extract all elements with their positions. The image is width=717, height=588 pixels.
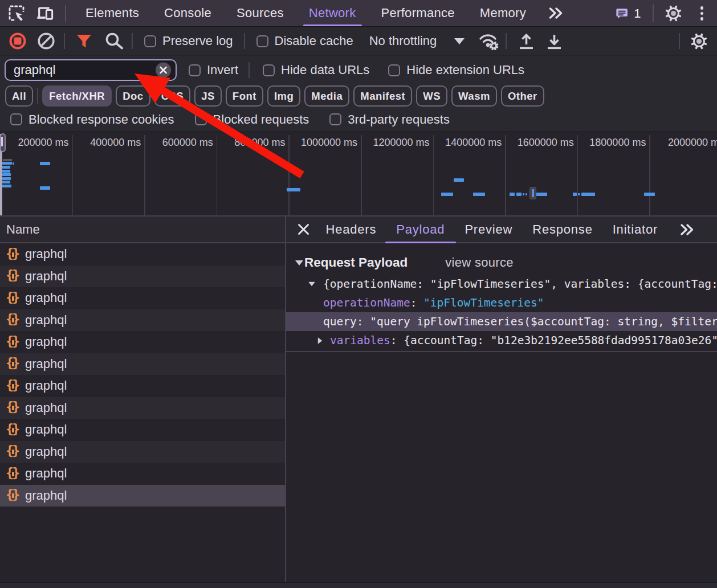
request-name: graphql	[25, 422, 67, 437]
json-braces-icon: {}	[6, 247, 20, 262]
invert-filter-checkbox[interactable]: Invert	[189, 63, 238, 77]
topbar-right-cluster: 1	[616, 0, 717, 27]
network-overview-timeline[interactable]: 200000 ms400000 ms600000 ms800000 ms1000…	[0, 132, 717, 217]
details-tab-preview[interactable]: Preview	[455, 217, 523, 242]
tab-memory[interactable]: Memory	[467, 0, 539, 26]
inspect-element-button[interactable]	[8, 5, 25, 22]
network-conditions-button[interactable]	[478, 32, 499, 50]
filter-input[interactable]: graphql	[5, 59, 177, 81]
devtools-panel-tabs: ElementsConsoleSourcesNetworkPerformance…	[73, 0, 567, 26]
request-row[interactable]: {}graphql	[0, 287, 285, 309]
search-button[interactable]	[105, 32, 125, 50]
type-chip-img[interactable]: Img	[267, 85, 300, 107]
type-chip-css[interactable]: CSS	[154, 85, 191, 107]
tab-console[interactable]: Console	[152, 0, 224, 26]
hide-data-urls-checkbox[interactable]: Hide data URLs	[263, 63, 369, 77]
network-settings-button[interactable]	[691, 33, 707, 50]
request-row[interactable]: {}graphql	[0, 266, 285, 288]
request-row[interactable]: {}graphql	[0, 331, 285, 353]
timeline-bar	[454, 178, 464, 182]
close-details-button[interactable]	[297, 223, 310, 236]
timeline-bar	[473, 193, 485, 196]
request-row[interactable]: {}graphql	[0, 353, 285, 375]
hide-extension-urls-checkbox[interactable]: Hide extension URLs	[388, 63, 524, 77]
collapse-triangle-icon	[295, 260, 303, 266]
timeline-gridline	[288, 135, 290, 215]
filter-clear-button[interactable]	[156, 63, 171, 78]
request-row[interactable]: {}graphql	[0, 397, 285, 419]
more-panels-button[interactable]	[545, 0, 567, 26]
tab-network[interactable]: Network	[296, 0, 369, 26]
checkbox-3rd-party-requests[interactable]: 3rd-party requests	[329, 112, 450, 127]
type-chip-other[interactable]: Other	[501, 85, 544, 107]
type-chip-all[interactable]: All	[5, 85, 33, 107]
filter-toggle-button[interactable]	[76, 34, 92, 48]
timeline-bar	[441, 193, 453, 196]
timeline-bar	[516, 193, 522, 196]
tab-sources[interactable]: Sources	[224, 0, 296, 26]
export-har-button[interactable]	[547, 33, 561, 50]
details-tab-initiator[interactable]: Initiator	[602, 217, 667, 242]
payload-tree-row[interactable]: variables: {accountTag: "b12e3b2192ee558…	[286, 331, 717, 350]
payload-tree-row[interactable]: operationName: "ipFlowTimeseries"	[286, 293, 717, 312]
request-row[interactable]: {}graphql	[0, 419, 285, 441]
wifi-gear-icon	[478, 32, 499, 50]
toggle-device-toolbar-button[interactable]	[36, 5, 54, 22]
request-row[interactable]: {}graphql	[0, 463, 285, 485]
preserve-log-checkbox[interactable]: Preserve log	[144, 34, 233, 48]
record-network-log-button[interactable]	[9, 32, 26, 50]
tab-performance[interactable]: Performance	[369, 0, 467, 26]
inspect-cursor-icon	[8, 5, 25, 22]
request-row[interactable]: {}graphql	[0, 485, 285, 507]
type-chip-media[interactable]: Media	[304, 85, 349, 107]
type-chip-fetch-xhr[interactable]: Fetch/XHR	[42, 85, 112, 107]
type-chip-wasm[interactable]: Wasm	[451, 85, 497, 107]
issues-counter[interactable]: 1	[616, 6, 641, 21]
timeline-bar	[2, 177, 11, 180]
clear-network-log-button[interactable]	[38, 32, 55, 50]
kebab-dot	[700, 6, 704, 10]
disable-cache-checkbox[interactable]: Disable cache	[256, 34, 353, 48]
throttling-dropdown[interactable]: No throttling	[369, 34, 465, 48]
details-tab-response[interactable]: Response	[523, 217, 602, 242]
name-column-header[interactable]: Name	[0, 217, 285, 243]
request-payload-header[interactable]: Request Payload view source	[295, 255, 514, 270]
timeline-bar	[644, 193, 655, 196]
more-details-tabs-button[interactable]	[675, 217, 699, 242]
topbar-separator	[65, 5, 66, 22]
settings-button[interactable]	[665, 5, 682, 22]
details-tab-payload[interactable]: Payload	[386, 217, 455, 242]
checkbox-blocked-response-cookies[interactable]: Blocked response cookies	[10, 112, 174, 127]
request-row[interactable]: {}graphql	[0, 375, 285, 397]
request-name: graphql	[25, 291, 67, 305]
close-x-icon	[297, 223, 310, 236]
timeline-gridline	[72, 135, 74, 215]
payload-tree-row[interactable]: query: "query ipFlowTimeseries($accountT…	[286, 312, 717, 331]
type-chip-js[interactable]: JS	[194, 85, 222, 107]
view-source-link[interactable]: view source	[445, 255, 513, 270]
device-toolbar-icon	[36, 5, 54, 22]
type-chip-font[interactable]: Font	[226, 85, 263, 107]
details-tab-headers[interactable]: Headers	[316, 217, 386, 242]
payload-json-tree: {operationName: "ipFlowTimeseries", vari…	[286, 275, 717, 350]
invert-label: Invert	[207, 63, 238, 77]
type-chip-ws[interactable]: WS	[416, 85, 447, 107]
more-options-kebab-button[interactable]	[700, 6, 704, 21]
status-bar-strip	[0, 582, 717, 588]
payload-tree-row[interactable]: {operationName: "ipFlowTimeseries", vari…	[286, 275, 717, 293]
type-chip-doc[interactable]: Doc	[116, 85, 150, 107]
request-row[interactable]: {}graphql	[0, 309, 285, 332]
import-har-button[interactable]	[519, 33, 533, 50]
overview-drag-handle[interactable]	[0, 133, 6, 152]
collapsed-triangle-icon[interactable]	[318, 337, 322, 344]
tab-elements[interactable]: Elements	[73, 0, 152, 26]
payload-section-divider	[286, 351, 717, 352]
request-row[interactable]: {}graphql	[0, 243, 285, 266]
checkbox-box	[263, 64, 275, 76]
type-chip-manifest[interactable]: Manifest	[353, 85, 412, 107]
request-row[interactable]: {}graphql	[0, 441, 285, 463]
expanded-triangle-icon[interactable]	[308, 282, 315, 286]
kebab-dot	[700, 17, 704, 21]
checkbox-blocked-requests[interactable]: Blocked requests	[195, 112, 309, 127]
timeline-bar	[40, 162, 50, 165]
